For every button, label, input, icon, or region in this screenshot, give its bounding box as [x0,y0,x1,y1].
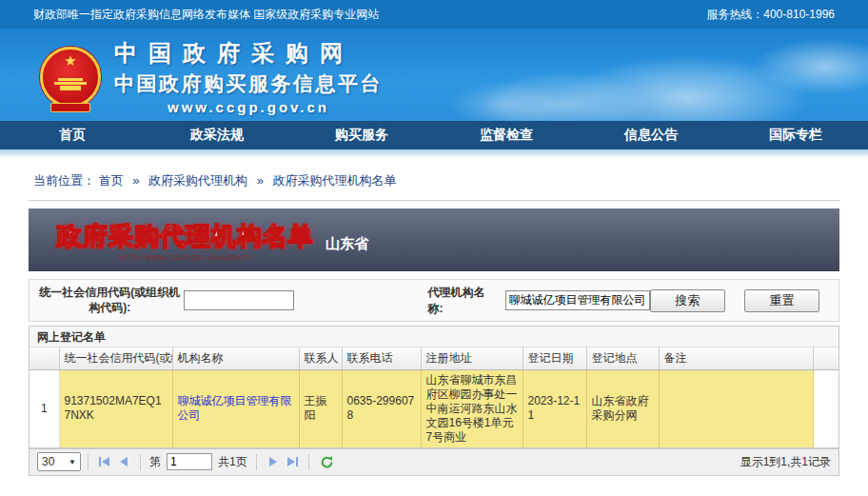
breadcrumb-home[interactable]: 首页 [99,173,124,188]
cell-contact: 王振阳 [299,369,342,447]
col-contact: 联系人 [299,347,342,369]
nav-item-home[interactable]: 首页 [0,121,145,149]
breadcrumb-prefix: 当前位置： [33,173,95,188]
breadcrumb-separator: » [132,173,139,188]
page-size-select[interactable]: 30 ▼ [37,452,81,471]
masthead: ★ 中国政府采购网 中国政府购买服务信息平台 www.ccgp.gov.cn [0,29,868,121]
registration-list-panel: 网上登记名单 统一社会信用代码(或组织机构代码) 机构名称 联系人 联系电话 注… [29,326,839,476]
prev-page-icon[interactable] [115,453,132,470]
site-subtitle: 中国政府购买服务信息平台 [114,70,383,97]
list-section-title: 网上登记名单 [30,327,838,347]
col-reg-date: 登记日期 [523,347,586,369]
credit-code-input[interactable] [184,290,294,310]
site-title: 中国政府采购网 [114,38,383,69]
agency-name-input[interactable] [505,290,650,310]
col-rownum [30,347,59,369]
nav-item-laws[interactable]: 政采法规 [145,121,289,149]
total-pages-label: 共1页 [218,454,247,470]
record-summary: 显示1到1,共1记录 [740,454,831,470]
refresh-icon[interactable] [320,455,334,469]
top-utility-bar: 财政部唯一指定政府采购信息网络发布媒体 国家级政府采购专业网站 服务热线：400… [0,0,868,29]
col-reg-site: 登记地点 [586,347,659,369]
page-banner: 政府采购代理机构名单 HTTP://WWW.CCGP.GOV.CN/AGENCY… [29,208,839,271]
main-navigation: 首页 政采法规 购买服务 监督检查 信息公告 国际专栏 [0,121,868,149]
col-spacer [813,347,838,369]
col-phone: 联系电话 [342,347,421,369]
divider [308,454,309,470]
org-name-link[interactable]: 聊城诚亿项目管理有限公司 [178,394,292,422]
next-page-icon[interactable] [265,453,282,470]
site-url: www.ccgp.gov.cn [114,99,383,115]
page-size-value: 30 [42,455,54,468]
nav-item-services[interactable]: 购买服务 [289,121,434,149]
credit-code-label: 统一社会信用代码(或组织机构代码): [35,286,184,315]
cell-credit-code: 91371502MA7EQ17NXK [59,369,172,447]
divider [88,454,89,470]
page-number-input[interactable] [167,453,212,470]
cell-reg-date: 2023-12-11 [523,369,586,447]
col-remark: 备注 [659,347,813,369]
divider [140,454,141,470]
breadcrumb: 当前位置： 首页 » 政府采购代理机构 » 政府采购代理机构名单 [33,172,868,188]
divider [29,200,839,201]
agency-table: 统一社会信用代码(或组织机构代码) 机构名称 联系人 联系电话 注册地址 登记日… [30,347,838,448]
first-page-icon[interactable] [96,453,113,470]
cell-spacer [813,369,838,447]
reset-button[interactable]: 重置 [744,289,819,312]
national-emblem-icon: ★ [40,47,101,108]
breadcrumb-current: 政府采购代理机构名单 [273,173,397,188]
nav-item-notices[interactable]: 信息公告 [579,121,723,149]
service-hotline: 服务热线：400-810-1996 [706,7,835,23]
banner-url-caption: HTTP://WWW.CCGP.GOV.CN/AGENCY [57,254,314,261]
pagination-toolbar: 30 ▼ 第 共1页 显示1到1,共1记录 [30,448,838,475]
col-address: 注册地址 [421,347,523,369]
col-org-name: 机构名称 [172,347,299,369]
cell-phone: 0635-2996078 [342,369,421,447]
cell-address: 山东省聊城市东昌府区柳园办事处一中南运河路东山水文园16号楼1单元7号商业 [421,369,523,447]
nav-fade-strip [0,149,868,158]
table-header-row: 统一社会信用代码(或组织机构代码) 机构名称 联系人 联系电话 注册地址 登记日… [30,347,838,369]
chevron-down-icon: ▼ [69,458,76,466]
table-row[interactable]: 1 91371502MA7EQ17NXK 聊城诚亿项目管理有限公司 王振阳 06… [30,369,838,447]
col-credit-code: 统一社会信用代码(或组织机构代码) [59,347,172,369]
cell-rownum: 1 [30,369,59,447]
search-button[interactable]: 搜索 [650,289,725,312]
cloud-decoration [447,81,562,121]
page-title: 政府采购代理机构名单 [57,220,314,253]
site-logo[interactable]: ★ 中国政府采购网 中国政府购买服务信息平台 www.ccgp.gov.cn [40,38,383,115]
breadcrumb-agency[interactable]: 政府采购代理机构 [148,173,247,188]
breadcrumb-separator: » [257,173,264,188]
last-page-icon[interactable] [284,453,301,470]
cell-remark [659,369,813,447]
cell-org-name: 聊城诚亿项目管理有限公司 [172,369,299,447]
nav-item-intl[interactable]: 国际专栏 [723,121,868,149]
nav-item-oversight[interactable]: 监督检查 [434,121,579,149]
search-panel: 统一社会信用代码(或组织机构代码): 代理机构名称: 搜索 重置 [29,279,839,322]
region-label: 山东省 [326,235,368,253]
divider [256,454,257,470]
page-prefix-label: 第 [149,454,161,470]
site-slogan: 财政部唯一指定政府采购信息网络发布媒体 国家级政府采购专业网站 [33,7,379,23]
cell-reg-site: 山东省政府采购分网 [586,369,659,447]
agency-name-label: 代理机构名称: [427,285,499,317]
